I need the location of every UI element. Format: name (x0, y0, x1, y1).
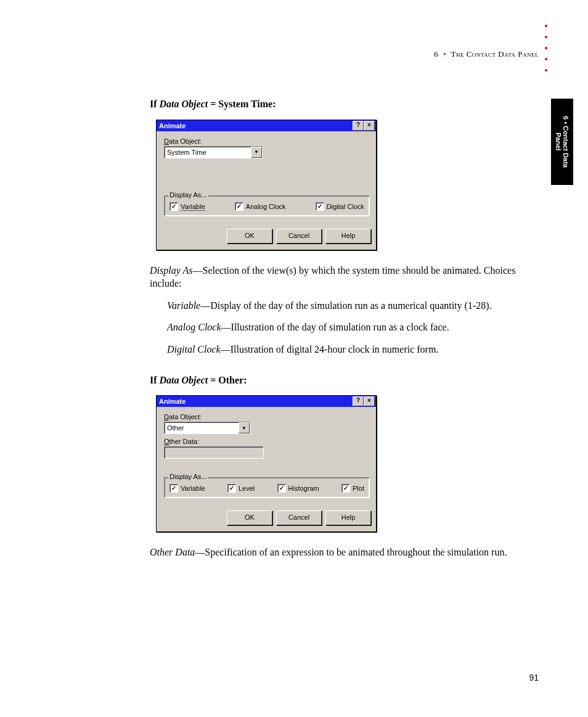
dropdown-value: System Time (167, 149, 206, 156)
animate-dialog-other: Animate ? × Data Object: Other ▼ Other D… (156, 395, 377, 532)
checkbox-variable[interactable]: ✓ Variable (169, 484, 205, 493)
titlebar: Animate ? × (157, 396, 376, 407)
other-data-label: Other Data: (164, 438, 370, 445)
chevron-down-icon[interactable]: ▼ (239, 422, 250, 433)
checkbox-level[interactable]: ✓ Level (227, 484, 255, 493)
help-icon[interactable]: ? (353, 396, 364, 406)
chapter-number: 6 (434, 49, 438, 59)
close-icon[interactable]: × (364, 396, 375, 406)
bullet-icon: • (443, 49, 446, 59)
analog-clock-desc: Analog Clock—Illustration of the day of … (167, 321, 532, 334)
page-content: If Data Object = System Time: Animate ? … (150, 97, 532, 568)
checkbox-icon: ✓ (169, 202, 178, 211)
checkbox-icon: ✓ (277, 484, 286, 493)
checkbox-digital-clock[interactable]: ✓ Digital Clock (316, 202, 364, 211)
checkbox-analog-clock[interactable]: ✓ Analog Clock (235, 202, 286, 211)
help-button[interactable]: Help (325, 510, 371, 525)
data-object-dropdown[interactable]: System Time ▼ (164, 146, 263, 158)
help-icon[interactable]: ? (353, 121, 364, 131)
help-button[interactable]: Help (325, 229, 371, 244)
checkbox-icon: ✓ (235, 202, 243, 211)
group-label: Display As... (168, 473, 208, 480)
checkbox-icon: ✓ (316, 202, 324, 211)
display-as-group: Display As... ✓ Variable ✓ Analog Clock … (164, 195, 370, 216)
cancel-button[interactable]: Cancel (276, 229, 322, 244)
data-object-label: Data Object: (164, 137, 370, 145)
dialog-title: Animate (159, 398, 186, 405)
titlebar: Animate ? × (157, 120, 376, 131)
checkbox-icon: ✓ (169, 484, 178, 493)
group-label: Display As... (168, 191, 208, 199)
dropdown-value: Other (167, 424, 184, 432)
display-as-group: Display As... ✓ Variable ✓ Level ✓ Histo… (164, 477, 370, 498)
page-number: 91 (529, 673, 539, 682)
data-object-dropdown[interactable]: Other ▼ (164, 422, 250, 434)
close-icon[interactable]: × (364, 121, 375, 131)
chapter-title: The Contact Data Panel (451, 49, 539, 59)
display-as-desc: Display As—Selection of the view(s) by w… (150, 264, 532, 290)
data-object-label: Data Object: (164, 413, 370, 420)
side-tab: 6 • Contact Data Panel (551, 99, 573, 185)
checkbox-plot[interactable]: ✓ Plot (341, 484, 364, 493)
running-header: 6 • The Contact Data Panel (434, 49, 539, 59)
heading-system-time: If Data Object = System Time: (150, 97, 532, 111)
other-data-input[interactable] (164, 446, 264, 459)
animate-dialog-system-time: Animate ? × Data Object: System Time ▼ D… (156, 120, 377, 250)
checkbox-icon: ✓ (227, 484, 236, 493)
variable-desc: Variable—Display of the day of the simul… (167, 299, 532, 313)
ok-button[interactable]: OK (227, 510, 272, 525)
chevron-down-icon[interactable]: ▼ (251, 147, 262, 158)
cancel-button[interactable]: Cancel (276, 510, 322, 525)
digital-clock-desc: Digital Clock—Illustration of digital 24… (167, 343, 532, 356)
decorative-dots (545, 25, 547, 72)
checkbox-icon: ✓ (341, 484, 350, 493)
other-data-desc: Other Data—Specification of an expressio… (150, 546, 532, 559)
ok-button[interactable]: OK (227, 229, 272, 244)
checkbox-histogram[interactable]: ✓ Histogram (277, 484, 319, 493)
dialog-title: Animate (159, 122, 186, 129)
heading-other: If Data Object = Other: (150, 374, 532, 387)
checkbox-variable[interactable]: ✓ Variable (169, 202, 205, 211)
